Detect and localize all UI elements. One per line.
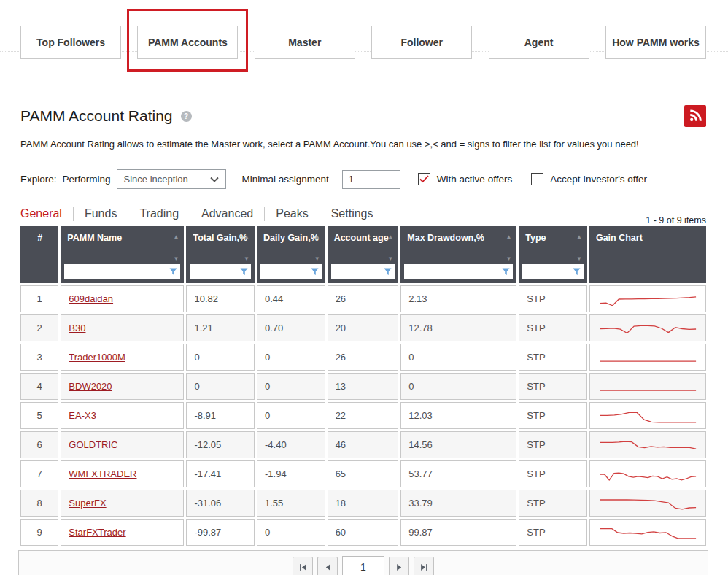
period-select[interactable]: Since inception (117, 169, 226, 189)
pamm-name-link[interactable]: B30 (69, 323, 85, 333)
tab-peaks[interactable]: Peaks (264, 207, 319, 221)
daily-gain-cell: 0 (257, 519, 325, 546)
pamm-name-link[interactable]: EA-X3 (69, 410, 96, 421)
daily-gain-cell: 0.70 (257, 314, 325, 341)
column-header-type[interactable]: Type ▲ ▼ (519, 226, 587, 283)
total-gain-cell: 10.82 (186, 285, 255, 312)
sort-asc-icon[interactable]: ▲ (314, 234, 320, 242)
checkmark-icon (419, 175, 429, 183)
performing-label: Performing (63, 174, 111, 185)
items-count: 1 - 9 of 9 items (646, 215, 706, 225)
accept-investors-offer-checkbox[interactable] (531, 173, 543, 185)
sort-desc-icon[interactable]: ▼ (244, 255, 249, 263)
sort-asc-icon[interactable]: ▲ (244, 234, 249, 242)
accept-investors-offer-toggle[interactable]: Accept Investor's offer (531, 173, 647, 185)
row-number-cell: 3 (20, 344, 58, 371)
sort-desc-icon[interactable]: ▼ (314, 255, 320, 263)
rating-tabs: General Funds Trading Advanced Peaks Set… (20, 207, 706, 221)
row-number-cell: 5 (20, 402, 58, 429)
column-header-pamm-name[interactable]: PAMM Name ▲ ▼ (61, 226, 184, 283)
account-age-cell: 20 (328, 314, 399, 341)
nav-button-agent[interactable]: Agent (489, 26, 589, 59)
nav-button-master[interactable]: Master (255, 26, 355, 59)
pamm-name-link[interactable]: Trader1000M (69, 352, 125, 363)
daily-gain-cell: 0 (257, 373, 325, 400)
filter-input-daily-gain[interactable] (260, 264, 322, 279)
pamm-name-link[interactable]: StarFXTrader (69, 527, 125, 538)
sort-desc-icon[interactable]: ▼ (174, 255, 179, 263)
minimal-assignment-input[interactable] (342, 170, 400, 189)
column-header-gain-chart: Gain Chart (589, 226, 706, 283)
pamm-name-cell: B30 (61, 314, 184, 341)
chevron-down-icon (210, 177, 219, 182)
type-cell: STP (519, 460, 587, 487)
table-row: 9 StarFXTrader -99.87 0 60 99.87 STP (20, 519, 706, 546)
last-page-button[interactable] (414, 557, 434, 575)
tab-trading[interactable]: Trading (128, 207, 190, 221)
sort-asc-icon[interactable]: ▲ (506, 234, 511, 242)
pamm-name-cell: BDW2020 (61, 373, 184, 400)
nav-button-pamm-accounts[interactable]: PAMM Accounts (137, 26, 238, 59)
tab-advanced[interactable]: Advanced (190, 207, 264, 221)
filter-input-type[interactable] (522, 264, 584, 279)
funnel-icon (169, 268, 177, 276)
sort-asc-icon[interactable]: ▲ (387, 234, 393, 242)
column-header-num: # (20, 226, 58, 283)
nav-button-how-pamm-works[interactable]: How PAMM works (605, 26, 706, 59)
filter-input-max-drawdown[interactable] (404, 264, 513, 279)
account-age-cell: 13 (328, 373, 399, 400)
with-active-offers-label: With active offers (437, 174, 512, 185)
column-label: Daily Gain,% (263, 233, 319, 243)
with-active-offers-checkbox[interactable] (418, 173, 430, 185)
current-page-input[interactable]: 1 (342, 556, 384, 575)
gain-sparkline (597, 289, 699, 309)
account-age-cell: 46 (328, 431, 399, 458)
gain-chart-cell (589, 519, 706, 546)
type-cell: STP (519, 285, 587, 312)
column-header-daily-gain[interactable]: Daily Gain,% ▲ ▼ (257, 226, 325, 283)
pamm-name-link[interactable]: WMFXTRADER (69, 468, 136, 479)
column-label: Total Gain,% (193, 233, 247, 243)
help-icon[interactable]: ? (181, 111, 192, 122)
column-header-total-gain[interactable]: Total Gain,% ▲ ▼ (186, 226, 255, 283)
rss-icon[interactable] (684, 105, 706, 127)
column-header-max-drawdown[interactable]: Max Drawdown,% ▲ ▼ (400, 226, 516, 283)
nav-button-follower[interactable]: Follower (371, 26, 472, 59)
prev-page-button[interactable] (317, 557, 338, 575)
pamm-name-link[interactable]: SuperFX (69, 498, 106, 509)
pamm-name-cell: 609daidan (61, 285, 184, 312)
filter-input-account-age[interactable] (331, 264, 395, 279)
pamm-name-link[interactable]: GOLDTRIC (69, 439, 117, 450)
pamm-name-link[interactable]: 609daidan (69, 293, 113, 304)
pamm-name-link[interactable]: BDW2020 (69, 381, 112, 392)
total-gain-cell: -99.87 (186, 519, 255, 546)
row-number-cell: 7 (20, 460, 58, 487)
sort-asc-icon[interactable]: ▲ (174, 234, 179, 242)
with-active-offers-toggle[interactable]: With active offers (418, 173, 512, 185)
tab-settings[interactable]: Settings (320, 207, 384, 221)
account-age-cell: 65 (328, 460, 399, 487)
sort-desc-icon[interactable]: ▼ (576, 255, 582, 263)
sort-desc-icon[interactable]: ▼ (387, 255, 393, 263)
next-page-button[interactable] (389, 557, 409, 575)
first-page-button[interactable] (293, 557, 313, 575)
account-age-cell: 26 (328, 344, 399, 371)
filter-input-pamm-name[interactable] (64, 264, 180, 279)
column-label: PAMM Name (67, 233, 122, 243)
total-gain-cell: 0 (186, 344, 255, 371)
daily-gain-cell: 0.44 (257, 285, 325, 312)
gain-chart-cell (589, 431, 706, 458)
total-gain-cell: -17.41 (186, 460, 255, 487)
column-header-account-age[interactable]: Account age ▲ ▼ (328, 226, 399, 283)
nav-button-top-followers[interactable]: Top Followers (20, 26, 121, 59)
daily-gain-cell: 1.55 (257, 490, 325, 517)
pamm-name-cell: StarFXTrader (61, 519, 184, 546)
page-description: PAMM Account Rating allows to estimate t… (20, 139, 706, 150)
filter-input-total-gain[interactable] (190, 264, 251, 279)
daily-gain-cell: -1.94 (257, 460, 325, 487)
column-label: Account age (334, 233, 389, 243)
tab-funds[interactable]: Funds (73, 207, 128, 221)
sort-asc-icon[interactable]: ▲ (576, 234, 582, 242)
tab-general[interactable]: General (20, 207, 73, 221)
sort-desc-icon[interactable]: ▼ (506, 255, 511, 263)
